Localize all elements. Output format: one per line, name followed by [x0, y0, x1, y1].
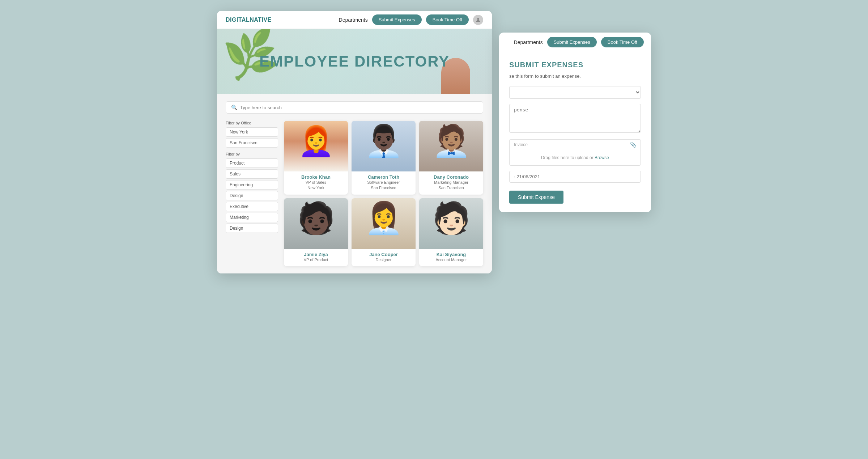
employee-info-kai: Kai Siyavong Account Manager: [419, 249, 483, 266]
modal-title: SUBMIT EXPENSES: [509, 61, 641, 69]
filter-newyork[interactable]: New York: [226, 127, 278, 137]
employee-card-dany[interactable]: Dany Coronado Marketing Manager San Fran…: [419, 121, 483, 195]
directory-content: Filter by Office New York San Francisco …: [226, 121, 483, 266]
employee-photo-brooke: [284, 121, 348, 171]
drag-files-text: Drag files here to upload or: [541, 155, 593, 160]
form-file-group: Invoice 📎 Drag files here to upload or B…: [509, 139, 641, 166]
search-bar: 🔍: [226, 101, 483, 114]
dept-filter-label: Filter by: [226, 152, 278, 156]
modal-submit-expenses-button[interactable]: Submit Expenses: [547, 37, 597, 47]
hero-banner: 🌿 EMPLOYEE DIRECTORY: [217, 29, 492, 94]
employee-photo-cameron: [352, 121, 416, 171]
form-date-group: [509, 171, 641, 183]
employee-info-jamie: Jamie Ziya VP of Product: [284, 249, 348, 266]
employee-photo-jamie: [284, 198, 348, 249]
date-input[interactable]: [509, 171, 641, 183]
file-upload-label-row: Invoice 📎: [510, 140, 641, 150]
modal-nav: Departments Submit Expenses Book Time Of…: [499, 33, 651, 52]
filter-design[interactable]: Design: [226, 191, 278, 200]
search-input[interactable]: [240, 105, 478, 110]
filter-sales[interactable]: Sales: [226, 169, 278, 179]
search-icon: 🔍: [231, 105, 237, 110]
file-drop-zone[interactable]: Drag files here to upload or Browse: [510, 150, 641, 165]
user-icon[interactable]: [473, 15, 483, 25]
filter-engineering[interactable]: Engineering: [226, 180, 278, 190]
employee-info-brooke: Brooke Khan VP of Sales New York: [284, 171, 348, 195]
employee-info-jane: Jane Cooper Designer: [352, 249, 416, 266]
filter-marketing[interactable]: Marketing: [226, 213, 278, 222]
modal-subtitle: se this form to submit an expense.: [509, 73, 641, 79]
employee-name-dany: Dany Coronado: [421, 174, 481, 180]
employee-info-cameron: Cameron Toth Software Engineer San Franc…: [352, 171, 416, 195]
category-select[interactable]: [509, 86, 641, 99]
browse-link[interactable]: Browse: [595, 155, 609, 160]
directory-body: 🔍 Filter by Office New York San Francisc…: [217, 94, 492, 273]
modal-nav-departments[interactable]: Departments: [514, 39, 543, 45]
submit-expenses-button[interactable]: Submit Expenses: [372, 14, 422, 25]
employee-role-dany: Marketing Manager: [421, 180, 481, 185]
filter-executive[interactable]: Executive: [226, 202, 278, 211]
office-filter-label: Filter by Office: [226, 121, 278, 125]
book-time-off-button[interactable]: Book Time Off: [426, 14, 469, 25]
employee-photo-kai: [419, 198, 483, 249]
filter-design2[interactable]: Design: [226, 224, 278, 233]
form-category-group: [509, 86, 641, 99]
employee-name-brooke: Brooke Khan: [286, 174, 346, 180]
employee-role-jane: Designer: [354, 257, 413, 263]
filter-sanfrancisco[interactable]: San Francisco: [226, 138, 278, 148]
employee-name-cameron: Cameron Toth: [354, 174, 413, 180]
submit-expense-button[interactable]: Submit Expense: [509, 191, 563, 204]
svg-point-0: [477, 18, 479, 20]
nav-departments[interactable]: Departments: [339, 17, 368, 23]
employee-card-jamie[interactable]: Jamie Ziya VP of Product: [284, 198, 348, 266]
employee-card-kai[interactable]: Kai Siyavong Account Manager: [419, 198, 483, 266]
main-nav: DIGITALNATIVE Departments Submit Expense…: [217, 11, 492, 29]
employee-name-jamie: Jamie Ziya: [286, 252, 346, 257]
modal-window: Departments Submit Expenses Book Time Of…: [499, 33, 651, 212]
employee-photo-dany: [419, 121, 483, 171]
nav-right: Departments Submit Expenses Book Time Of…: [339, 14, 483, 25]
employee-role-kai: Account Manager: [421, 257, 481, 263]
hero-title: EMPLOYEE DIRECTORY: [259, 53, 450, 70]
employee-name-kai: Kai Siyavong: [421, 252, 481, 257]
form-description-group: [509, 104, 641, 134]
employee-card-brooke[interactable]: Brooke Khan VP of Sales New York: [284, 121, 348, 195]
main-window: DIGITALNATIVE Departments Submit Expense…: [217, 11, 492, 273]
employee-role-jamie: VP of Product: [286, 257, 346, 263]
employee-photo-jane: [352, 198, 416, 249]
employee-location-brooke: New York: [286, 185, 346, 191]
employee-role-brooke: VP of Sales: [286, 180, 346, 185]
employee-grid: Brooke Khan VP of Sales New York Cameron…: [284, 121, 483, 266]
modal-book-time-off-button[interactable]: Book Time Off: [601, 37, 644, 47]
office-filter-section: Filter by Office New York San Francisco: [226, 121, 278, 148]
filter-product[interactable]: Product: [226, 158, 278, 168]
employee-card-jane[interactable]: Jane Cooper Designer: [352, 198, 416, 266]
employee-role-cameron: Software Engineer: [354, 180, 413, 185]
modal-body: SUBMIT EXPENSES se this form to submit a…: [499, 52, 651, 212]
dept-filter-section: Filter by Product Sales Engineering Desi…: [226, 152, 278, 233]
employee-location-cameron: San Francisco: [354, 185, 413, 191]
file-upload-group: Invoice 📎 Drag files here to upload or B…: [509, 139, 641, 166]
brand-logo: DIGITALNATIVE: [226, 17, 272, 23]
sidebar-filters: Filter by Office New York San Francisco …: [226, 121, 278, 266]
employee-info-dany: Dany Coronado Marketing Manager San Fran…: [419, 171, 483, 195]
employee-card-cameron[interactable]: Cameron Toth Software Engineer San Franc…: [352, 121, 416, 195]
employee-location-dany: San Francisco: [421, 185, 481, 191]
employee-name-jane: Jane Cooper: [354, 252, 413, 257]
description-textarea[interactable]: [509, 104, 641, 133]
invoice-label: Invoice: [514, 142, 528, 147]
attachment-icon: 📎: [630, 142, 636, 148]
